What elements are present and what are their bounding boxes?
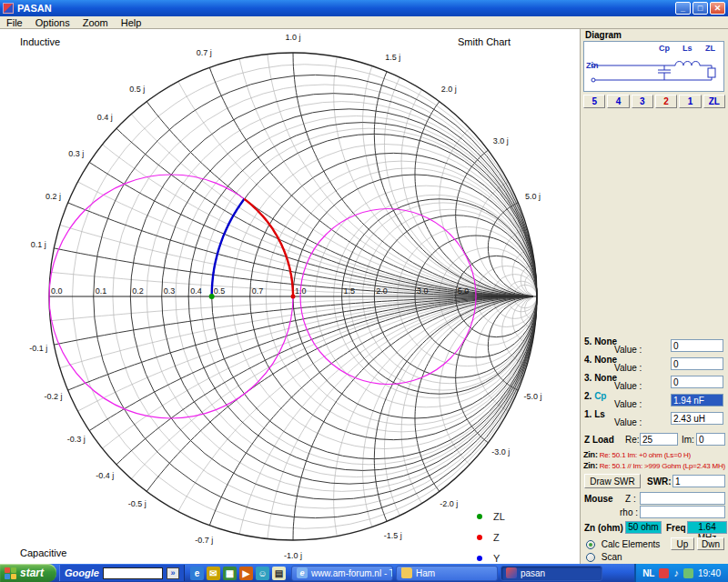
pasan-window: PASAN _ □ ✕ FileOptionsZoomHelp 0.00.10.… bbox=[0, 0, 728, 582]
stage-button-5[interactable]: 5 bbox=[583, 95, 605, 108]
legend-item: ZL bbox=[477, 506, 505, 527]
up-button[interactable]: Up bbox=[671, 537, 694, 550]
circuit-zin-label: Zin bbox=[586, 61, 599, 70]
menu-help[interactable]: Help bbox=[115, 17, 148, 28]
mouse-section: Mouse Z : rho : bbox=[583, 492, 725, 519]
mail-icon[interactable]: ✉ bbox=[207, 567, 220, 580]
start-button[interactable]: start bbox=[0, 564, 56, 582]
menu-bar: FileOptionsZoomHelp bbox=[0, 16, 728, 29]
zn-value[interactable]: 50 ohm bbox=[625, 521, 662, 534]
draw-swr-button[interactable]: Draw SWR bbox=[584, 474, 641, 488]
element-name: 2. Cp bbox=[584, 391, 606, 401]
element-list: 5. NoneValue :4. NoneValue :3. NoneValue… bbox=[583, 336, 725, 427]
element-row: 1. LsValue : bbox=[583, 409, 725, 427]
value-label: Value : bbox=[614, 417, 642, 427]
menu-zoom[interactable]: Zoom bbox=[76, 17, 115, 28]
element-name: 4. None bbox=[584, 355, 617, 365]
element-value-input[interactable] bbox=[671, 339, 723, 352]
element-value-input[interactable] bbox=[671, 376, 723, 388]
z-load-re-input[interactable] bbox=[640, 433, 678, 446]
svg-text:0.5 j: 0.5 j bbox=[129, 85, 145, 94]
taskbar-task-3[interactable]: pasan bbox=[500, 566, 602, 581]
show-desktop-icon[interactable]: ▦ bbox=[223, 567, 237, 580]
svg-text:1.5: 1.5 bbox=[344, 286, 356, 296]
google-search-button[interactable]: » bbox=[167, 567, 179, 579]
svg-text:2.0: 2.0 bbox=[376, 286, 388, 296]
swr-input[interactable] bbox=[672, 475, 725, 487]
zn-label: Zn (ohm) bbox=[584, 523, 623, 533]
volume-tray-icon[interactable]: ♪ bbox=[673, 567, 679, 578]
stage-button-2[interactable]: 2 bbox=[655, 95, 677, 108]
mouse-label: Mouse bbox=[584, 494, 613, 504]
re-label: Re: bbox=[625, 435, 640, 445]
stage-button-zl[interactable]: ZL bbox=[703, 95, 725, 108]
svg-text:0.3: 0.3 bbox=[164, 286, 176, 296]
windows-logo-icon bbox=[5, 567, 16, 579]
down-button[interactable]: Dwn bbox=[697, 537, 724, 550]
svg-text:0.1 j: 0.1 j bbox=[31, 240, 46, 249]
mouse-z-input[interactable] bbox=[640, 492, 725, 505]
circuit-diagram: Zin Cp Ls ZL bbox=[584, 42, 723, 91]
calc-elements-row: Calc Elements Up Dwn bbox=[586, 539, 725, 552]
svg-text:3.0 j: 3.0 j bbox=[493, 136, 509, 146]
google-toolbar[interactable]: Google » bbox=[59, 565, 185, 581]
stage-button-3[interactable]: 3 bbox=[632, 95, 653, 108]
security-tray-icon[interactable] bbox=[659, 568, 669, 578]
minimize-button[interactable]: _ bbox=[675, 2, 691, 15]
ie-icon: e bbox=[297, 567, 308, 578]
swr-label: SWR: bbox=[647, 477, 672, 487]
task-label: www.am-forum.nl - T... bbox=[311, 568, 393, 578]
stage-button-1[interactable]: 1 bbox=[679, 95, 701, 108]
legend-label: ZL bbox=[493, 511, 505, 522]
taskbar-task-2[interactable]: Ham bbox=[396, 566, 498, 581]
menu-file[interactable]: File bbox=[0, 17, 29, 28]
z-load-im-input[interactable] bbox=[696, 433, 725, 446]
svg-text:0.3 j: 0.3 j bbox=[68, 149, 84, 158]
zn-freq-row: Zn (ohm) 50 ohm Freq 1.64 MHz bbox=[583, 521, 725, 536]
menu-options[interactable]: Options bbox=[29, 17, 76, 28]
close-button[interactable]: ✕ bbox=[710, 2, 725, 15]
svg-text:1.0: 1.0 bbox=[295, 286, 307, 296]
taskbar-task-1[interactable]: ewww.am-forum.nl - T... bbox=[291, 566, 393, 581]
series-element-arc bbox=[212, 199, 245, 296]
smith-chart[interactable]: 0.00.10.20.30.40.50.71.01.52.03.05.00.1 … bbox=[0, 29, 580, 564]
element-name: 5. None bbox=[584, 336, 617, 346]
calc-elements-radio[interactable] bbox=[586, 540, 595, 549]
freq-value[interactable]: 1.64 MHz bbox=[687, 521, 727, 534]
element-row: 5. NoneValue : bbox=[583, 336, 725, 355]
legend-item: Z bbox=[477, 527, 505, 547]
value-label: Value : bbox=[614, 363, 642, 373]
maximize-button[interactable]: □ bbox=[693, 2, 708, 15]
google-search-input[interactable] bbox=[103, 567, 163, 579]
svg-text:0.2 j: 0.2 j bbox=[46, 192, 61, 201]
internet-explorer-icon[interactable]: e bbox=[190, 567, 204, 580]
taskbar: start Google » e✉▦▶☺▤ ewww.am-forum.nl -… bbox=[0, 564, 728, 582]
z-load-row: Z Load Re: Im: bbox=[583, 433, 725, 447]
svg-text:-0.7 j: -0.7 j bbox=[195, 536, 213, 545]
element-value-input[interactable] bbox=[671, 357, 723, 370]
messenger-icon[interactable]: ☺ bbox=[256, 567, 269, 580]
zin-series-readout: Zin: Re: 50.1 Im: +0 ohm (Ls=0 H) bbox=[583, 450, 726, 459]
title-bar[interactable]: PASAN _ □ ✕ bbox=[0, 0, 728, 16]
svg-text:0.7 j: 0.7 j bbox=[197, 48, 212, 57]
svg-text:-0.3 j: -0.3 j bbox=[67, 435, 86, 444]
media-player-icon[interactable]: ▶ bbox=[239, 567, 253, 580]
control-panel: Diagram bbox=[581, 29, 728, 564]
scan-label: Scan bbox=[602, 552, 622, 562]
svg-text:0.5: 0.5 bbox=[214, 286, 226, 296]
folder-icon bbox=[401, 567, 412, 578]
smith-chart-area: 0.00.10.20.30.40.50.71.01.52.03.05.00.1 … bbox=[0, 29, 581, 564]
mouse-rho-input[interactable] bbox=[640, 506, 725, 518]
notes-icon[interactable]: ▤ bbox=[272, 567, 286, 580]
language-indicator[interactable]: NL bbox=[642, 568, 654, 578]
stage-button-4[interactable]: 4 bbox=[607, 95, 629, 108]
app-icon bbox=[3, 3, 14, 14]
scan-radio[interactable] bbox=[586, 553, 595, 562]
network-tray-icon[interactable] bbox=[683, 568, 693, 578]
svg-text:-5.0 j: -5.0 j bbox=[523, 392, 541, 401]
element-value-input[interactable] bbox=[671, 394, 723, 406]
value-label: Value : bbox=[614, 381, 642, 391]
system-tray: NL ♪ 19:40 bbox=[634, 564, 728, 582]
element-value-input[interactable] bbox=[671, 412, 723, 425]
svg-text:-0.5 j: -0.5 j bbox=[128, 499, 147, 508]
